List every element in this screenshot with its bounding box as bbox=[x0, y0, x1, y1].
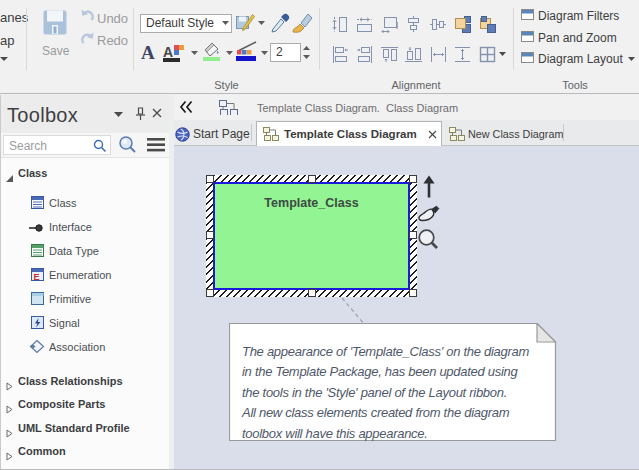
svg-text:E: E bbox=[34, 272, 40, 282]
svg-text:A: A bbox=[163, 44, 173, 60]
